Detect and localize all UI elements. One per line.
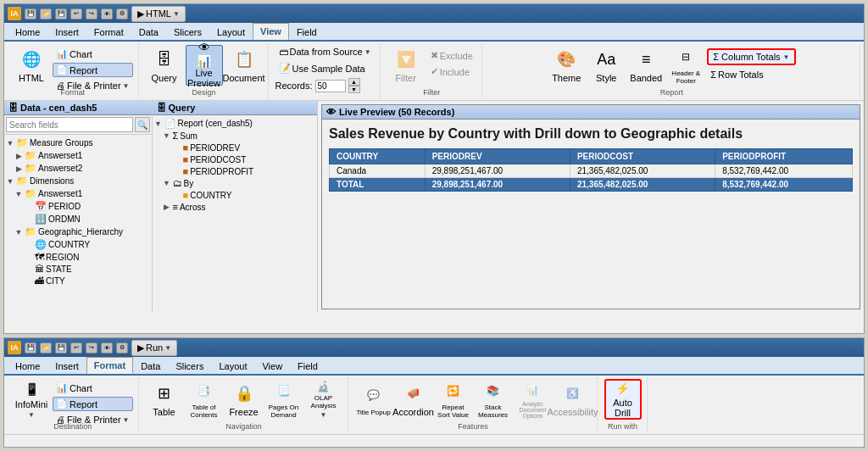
- html-button[interactable]: 🌐 HTML: [13, 45, 50, 86]
- row-totals-button[interactable]: Σ Row Totals: [707, 68, 795, 81]
- table-of-contents-button[interactable]: 📑 Table of Contents: [186, 379, 223, 420]
- options-icon[interactable]: ⚙: [116, 8, 128, 19]
- col-totals-dropdown-arrow[interactable]: ▼: [783, 53, 790, 61]
- data-from-source-button[interactable]: 🗃 Data from Source ▼: [275, 45, 375, 58]
- olap-dropdown-arrow[interactable]: ▼: [320, 411, 327, 419]
- bottom-undo-icon[interactable]: ↩: [70, 342, 82, 354]
- records-down-button[interactable]: ▼: [348, 86, 360, 93]
- save2-icon[interactable]: 💾: [55, 8, 67, 19]
- bottom-options-icon[interactable]: ⚙: [116, 342, 128, 354]
- tab-format[interactable]: Format: [86, 23, 131, 40]
- bottom-save-icon[interactable]: 💾: [25, 342, 36, 354]
- header-footer-button[interactable]: ⊟ Header & Footer: [667, 45, 704, 86]
- bottom-tab-view[interactable]: View: [254, 357, 290, 374]
- open-icon[interactable]: 📂: [40, 8, 52, 19]
- tree-item-answerset1-d[interactable]: ▼ 📁 Answerset1: [4, 187, 152, 200]
- repeat-sort-button[interactable]: 🔁 Repeat Sort Value: [435, 379, 472, 420]
- freeze-button[interactable]: 🔒 Freeze: [225, 379, 263, 420]
- bottom-run-button[interactable]: ▶ Run ▼: [131, 340, 177, 356]
- pages-on-demand-button[interactable]: 📃 Pages On Demand: [265, 379, 303, 420]
- tree-item-country[interactable]: 🌐 COUNTRY: [4, 238, 152, 251]
- bottom-printer-dropdown-arrow[interactable]: ▼: [123, 416, 130, 424]
- tab-field[interactable]: Field: [289, 23, 325, 40]
- bottom-tab-format[interactable]: Format: [86, 357, 133, 374]
- tree-item-region[interactable]: 🗺 REGION: [4, 251, 152, 263]
- accordion-button[interactable]: 🪗 Accordion: [395, 379, 432, 420]
- chart-button[interactable]: 📊 Chart: [53, 47, 133, 61]
- datasource-dropdown-arrow[interactable]: ▼: [364, 48, 371, 56]
- save-icon[interactable]: 💾: [25, 8, 36, 19]
- bottom-preview-icon[interactable]: 👁: [101, 342, 113, 354]
- preview-icon[interactable]: 👁: [101, 8, 113, 19]
- tree-item-dimensions[interactable]: ▼ 📁 Dimensions: [4, 175, 152, 187]
- bottom-report-button[interactable]: 📄 Report: [53, 397, 133, 411]
- tree-item-period[interactable]: 📅 PERIOD: [4, 200, 152, 213]
- tree-item-answerset2-m[interactable]: ▶ 📁 Answerset2: [4, 162, 152, 175]
- query-tree-sum[interactable]: ▼ Σ Sum: [153, 130, 317, 142]
- stack-measures-button[interactable]: 📚 Stack Measures: [475, 379, 512, 420]
- records-input[interactable]: [315, 80, 346, 92]
- bottom-tab-insert[interactable]: Insert: [47, 357, 86, 374]
- include-button[interactable]: ✔ Include: [427, 64, 476, 79]
- column-totals-button[interactable]: Σ Column Totals ▼: [707, 48, 795, 65]
- printer-dropdown-arrow[interactable]: ▼: [123, 82, 130, 90]
- run-button[interactable]: ▶ HTML ▼: [131, 6, 186, 22]
- bottom-report-icon: 📄: [56, 398, 68, 409]
- tab-home[interactable]: Home: [8, 23, 47, 40]
- repeat-sort-icon: 🔁: [442, 380, 465, 402]
- bottom-tab-field[interactable]: Field: [290, 357, 326, 374]
- search-input[interactable]: [6, 117, 133, 132]
- bottom-run-dropdown-arrow[interactable]: ▼: [164, 344, 171, 352]
- query-tree-by[interactable]: ▼ 🗂 By: [153, 177, 317, 189]
- query-tree-periodcost[interactable]: ■ PERIODCOST: [153, 153, 317, 165]
- query-tree-periodrev[interactable]: ■ PERIODREV: [153, 142, 317, 153]
- bottom-open-icon[interactable]: 📂: [40, 342, 52, 354]
- theme-button[interactable]: 🎨 Theme: [548, 45, 585, 86]
- auto-drill-button[interactable]: ⚡ Auto Drill: [604, 379, 642, 420]
- bottom-save2-icon[interactable]: 💾: [55, 342, 67, 354]
- query-button[interactable]: 🗄 Query: [146, 45, 183, 86]
- report-button[interactable]: 📄 Report: [53, 63, 133, 77]
- tab-slicers[interactable]: Slicers: [166, 23, 209, 40]
- infomini-button[interactable]: 📱 InfoMini ▼: [13, 379, 50, 420]
- use-sample-data-button[interactable]: 📝 Use Sample Data: [275, 61, 369, 75]
- tree-item-measure-groups[interactable]: ▼ 📁 Measure Groups: [4, 136, 152, 149]
- table-button[interactable]: ⊞ Table: [146, 379, 183, 420]
- run-dropdown-arrow[interactable]: ▼: [173, 10, 180, 18]
- filter-button[interactable]: 🔽 Filter: [387, 45, 425, 86]
- accessibility-button[interactable]: ♿ Accessibility: [554, 379, 592, 420]
- bottom-chart-button[interactable]: 📊 Chart: [53, 381, 133, 395]
- bottom-tab-slicers[interactable]: Slicers: [168, 357, 211, 374]
- tree-item-state[interactable]: 🏛 STATE: [4, 263, 152, 275]
- infomini-dropdown-arrow[interactable]: ▼: [28, 411, 35, 419]
- analytic-doc-button[interactable]: 📊 Analytic Document Options: [515, 379, 552, 420]
- live-preview-button[interactable]: 👁📊 Live Preview: [186, 45, 223, 86]
- toc-label: Table of Contents: [186, 404, 222, 419]
- bottom-tab-data[interactable]: Data: [133, 357, 168, 374]
- tab-layout[interactable]: Layout: [209, 23, 253, 40]
- undo-icon[interactable]: ↩: [70, 8, 82, 19]
- tree-item-ordmn[interactable]: 🔢 ORDMN: [4, 213, 152, 226]
- exclude-button[interactable]: ✖ Exclude: [427, 48, 476, 63]
- query-tree-report[interactable]: ▼ 📄 Report (cen_dash5): [153, 117, 317, 130]
- query-tree-across[interactable]: ▶ ≡ Across: [153, 201, 317, 213]
- tree-item-city[interactable]: 🏙 CITY: [4, 275, 152, 287]
- banded-button[interactable]: ≡ Banded: [627, 45, 665, 86]
- olap-analysis-button[interactable]: 🔬 OLAP Analysis ▼: [305, 379, 342, 420]
- redo-icon[interactable]: ↪: [86, 8, 97, 19]
- bottom-tab-layout[interactable]: Layout: [211, 357, 254, 374]
- bottom-redo-icon[interactable]: ↪: [86, 342, 97, 354]
- tab-insert[interactable]: Insert: [47, 23, 86, 40]
- tree-item-answerset1-m[interactable]: ▶ 📁 Answerset1: [4, 149, 152, 162]
- title-popup-button[interactable]: 💬 Title Popup: [355, 379, 392, 420]
- style-button[interactable]: Aa Style: [587, 45, 625, 86]
- query-tree-periodprofit[interactable]: ■ PERIODPROFIT: [153, 165, 317, 177]
- tab-data[interactable]: Data: [131, 23, 166, 40]
- bottom-tab-home[interactable]: Home: [8, 357, 47, 374]
- query-tree-country[interactable]: ■ COUNTRY: [153, 189, 317, 201]
- tree-item-geo-hierarchy[interactable]: ▼ 📁 Geographic_Hierarchy: [4, 226, 152, 238]
- records-up-button[interactable]: ▲: [348, 78, 360, 86]
- tab-view[interactable]: View: [253, 23, 289, 40]
- search-button[interactable]: 🔍: [135, 117, 150, 132]
- document-button[interactable]: 📋 Document: [225, 45, 263, 86]
